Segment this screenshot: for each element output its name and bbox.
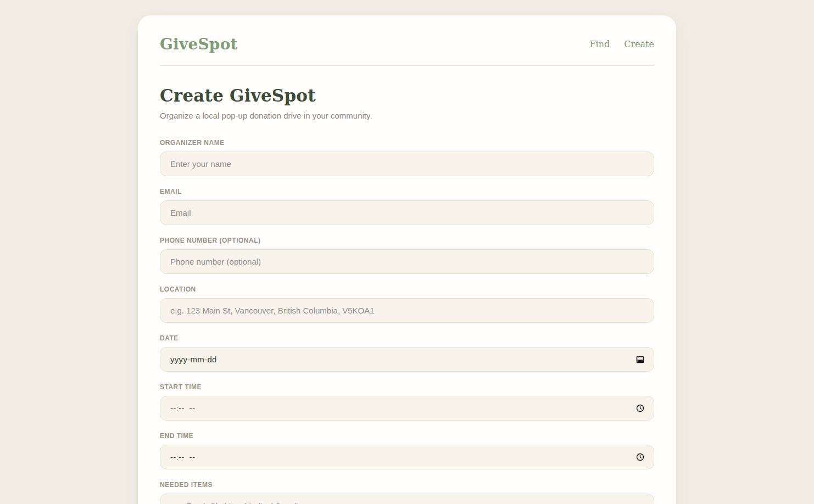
field-group-needed-items: Needed Items <box>160 481 654 504</box>
field-group-location: Location <box>160 285 654 323</box>
date-input[interactable] <box>160 347 654 372</box>
field-group-date: Date <box>160 334 654 372</box>
organizer-name-input[interactable] <box>160 152 654 176</box>
field-group-end-time: End Time <box>160 432 654 469</box>
needed-items-label: Needed Items <box>160 481 654 489</box>
page-subtitle: Organize a local pop-up donation drive i… <box>160 111 654 120</box>
clock-icon[interactable] <box>635 404 644 413</box>
app-logo[interactable]: GiveSpot <box>160 35 238 53</box>
start-time-label: Start Time <box>160 383 654 391</box>
phone-label: Phone Number (Optional) <box>160 237 654 244</box>
location-label: Location <box>160 285 654 293</box>
header: GiveSpot Find Create <box>160 35 654 53</box>
nav-link-create[interactable]: Create <box>624 39 654 49</box>
date-label: Date <box>160 334 654 342</box>
nav-link-find[interactable]: Find <box>589 39 610 49</box>
field-group-start-time: Start Time <box>160 383 654 421</box>
nav-menu: Find Create <box>589 39 654 49</box>
field-group-phone: Phone Number (Optional) <box>160 237 654 274</box>
main-card: GiveSpot Find Create Create GiveSpot Org… <box>138 15 676 504</box>
calendar-icon[interactable] <box>635 355 644 364</box>
create-givespot-form: Organizer Name Email Phone Number (Optio… <box>160 139 654 504</box>
email-field[interactable] <box>160 200 654 225</box>
field-group-organizer-name: Organizer Name <box>160 139 654 176</box>
header-divider <box>160 65 654 66</box>
clock-icon[interactable] <box>635 453 644 462</box>
end-time-input[interactable] <box>160 445 654 469</box>
organizer-name-label: Organizer Name <box>160 139 654 147</box>
phone-field[interactable] <box>160 249 654 274</box>
start-time-input[interactable] <box>160 396 654 421</box>
needed-items-input[interactable] <box>160 494 654 504</box>
page-title: Create GiveSpot <box>160 86 654 105</box>
end-time-label: End Time <box>160 432 654 440</box>
email-label: Email <box>160 188 654 195</box>
field-group-email: Email <box>160 188 654 225</box>
location-field[interactable] <box>160 298 654 323</box>
